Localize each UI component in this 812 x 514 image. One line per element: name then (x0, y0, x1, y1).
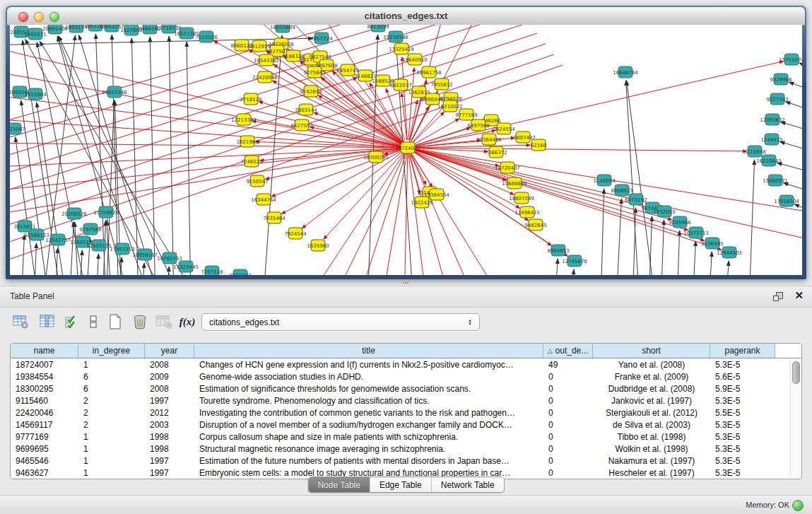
table-row[interactable]: 911546021997Tourette syndrome. Phenomeno… (11, 395, 801, 407)
column-header-name[interactable]: name (11, 344, 78, 358)
graph-node[interactable]: 9227343 (766, 93, 788, 105)
table-row[interactable]: 1938455462009Genome-wide association stu… (11, 370, 801, 382)
table-row[interactable]: 2242004622012Investigating the contribut… (11, 407, 801, 419)
graph-node[interactable]: 16782753 (157, 252, 182, 264)
close-panel-button[interactable]: ✕ (794, 290, 804, 301)
column-header-title[interactable]: title (194, 344, 543, 358)
table-panel-header: Table Panel ✕ (0, 286, 812, 308)
column-header-short[interactable]: short (593, 344, 710, 358)
graph-node[interactable]: 16033809 (270, 25, 295, 33)
table-row[interactable]: 1872400712008Changes of HCN gene express… (11, 358, 801, 370)
show-columns-button[interactable] (38, 313, 57, 331)
tab-edge-table[interactable]: Edge Table (370, 477, 432, 492)
graph-node[interactable]: 2718126 (240, 93, 262, 105)
graph-node[interactable]: 7246524 (240, 156, 263, 167)
network-canvas[interactable]: 2405574140557120691406189317498612051065… (10, 25, 802, 275)
graph-node[interactable]: 9777169 (455, 109, 477, 120)
graph-node[interactable]: 11498415 (514, 206, 540, 218)
graph-node[interactable]: 1140954 (593, 175, 616, 186)
column-header-pagerank[interactable]: pagerank (710, 344, 775, 358)
graph-node[interactable]: 12944503 (717, 247, 742, 258)
graph-node[interactable]: 20364486 (476, 134, 502, 145)
tab-network-table[interactable]: Network Table (432, 477, 504, 492)
graph-node[interactable]: 9130495 (701, 238, 723, 249)
select-columns-button[interactable] (63, 313, 81, 331)
graph-node[interactable]: 16720407 (495, 162, 520, 173)
show-columns-icon (39, 314, 56, 329)
table-row[interactable]: 977716911998Corpus callosum shape and si… (11, 431, 801, 443)
graph-node[interactable]: 1635960 (307, 240, 329, 251)
tab-node-table[interactable]: Node Table (308, 477, 370, 492)
graph-node[interactable]: 22420046 (252, 71, 278, 83)
graph-node[interactable]: 16648784 (613, 66, 638, 78)
graph-node[interactable]: 7386372 (485, 146, 507, 158)
graph-node[interactable]: 8958923 (611, 185, 632, 196)
table-options-button[interactable] (11, 313, 30, 331)
import-table-button[interactable] (155, 313, 173, 331)
row-height-button[interactable] (84, 313, 102, 331)
svg-text:1635960: 1635960 (307, 243, 329, 249)
graph-node[interactable]: 13325419 (389, 43, 414, 54)
graph-node[interactable]: 9150547 (246, 175, 268, 187)
graph-node[interactable]: 8215958 (743, 146, 765, 157)
table-row[interactable]: 946554611997Estimation of the future num… (11, 455, 801, 467)
graph-node[interactable]: 15892971 (763, 175, 788, 186)
float-panel-button[interactable] (772, 291, 784, 302)
column-header-year[interactable]: year (145, 344, 194, 358)
graph-node[interactable]: 15751074 (779, 54, 802, 65)
graph-node[interactable]: 8813054 (367, 25, 389, 32)
svg-text:20364486: 20364486 (476, 137, 502, 143)
graph-node[interactable]: 8964853 (547, 245, 569, 256)
graph-node[interactable]: 20206526 (61, 208, 87, 219)
table-row[interactable]: 969969511998Structural magnetic resonanc… (11, 443, 801, 455)
function-builder-button[interactable]: f(x) (178, 313, 196, 331)
delete-table-button[interactable] (131, 313, 149, 331)
graph-node[interactable]: 17359924 (93, 206, 119, 218)
svg-text:18807249: 18807249 (509, 196, 534, 201)
graph-node[interactable]: 6473197 (625, 194, 647, 205)
graph-node[interactable]: 9205966 (669, 216, 691, 228)
graph-node[interactable]: 12093832 (760, 114, 785, 125)
graph-node[interactable]: 9297588 (79, 223, 101, 235)
graph-node[interactable]: 20053346 (102, 86, 127, 98)
column-header-out-de-[interactable]: △out_de... (543, 344, 593, 358)
graph-node[interactable]: 12745678 (562, 255, 587, 267)
column-header-label: year (161, 346, 177, 356)
graph-node[interactable]: 12213343 (231, 114, 257, 125)
splitter-handle-icon[interactable] (402, 281, 409, 285)
panel-splitter[interactable] (0, 279, 812, 286)
column-header-in-degree[interactable]: in_degree (78, 344, 145, 358)
table-selector-dropdown[interactable]: citations_edges.txt ▲▼ (201, 313, 480, 331)
graph-node[interactable]: 20691406 (42, 25, 68, 34)
graph-node[interactable]: 10958167 (132, 249, 158, 260)
table-row[interactable]: 1456911722003Disruption of a novel membe… (11, 419, 801, 431)
graph-node[interactable]: 7924544 (284, 228, 307, 239)
svg-text:16210643: 16210643 (756, 158, 782, 164)
graph-node[interactable]: 1244415 (760, 134, 782, 145)
graph-node[interactable]: 18640910 (402, 54, 428, 65)
table-row[interactable]: 1830029562008Estimation of significance … (11, 382, 801, 395)
create-table-button[interactable] (106, 313, 124, 331)
graph-node[interactable]: 10371713 (683, 227, 709, 238)
graph-node[interactable]: 19218586 (383, 31, 408, 42)
graph-node[interactable]: 7955812 (430, 78, 452, 90)
graph-node[interactable]: 11323445 (173, 261, 199, 272)
graph-node[interactable]: 7297118 (201, 266, 223, 275)
network-window-titlebar[interactable]: citations_edges.txt (7, 7, 805, 25)
memory-status-icon[interactable] (792, 500, 804, 511)
graph-node[interactable]: 9482645 (524, 219, 546, 230)
scrollbar-thumb[interactable] (792, 361, 800, 384)
graph-node[interactable]: 62160 (531, 139, 546, 151)
graph-node[interactable]: 2325087 (10, 123, 25, 134)
close-window-button[interactable] (18, 12, 28, 22)
header-filler (775, 344, 801, 358)
table-cell: 6 (78, 372, 145, 382)
graph-node[interactable]: 9329966 (770, 74, 792, 85)
vertical-scrollbar[interactable] (790, 358, 801, 477)
graph-node[interactable]: 16961758 (416, 66, 442, 78)
graph-node[interactable]: 16344764 (251, 194, 276, 205)
zoom-window-button[interactable] (49, 12, 59, 22)
graph-node[interactable]: 8427552 (290, 119, 312, 131)
minimize-window-button[interactable] (34, 12, 44, 22)
graph-node[interactable]: 9361272 (229, 269, 251, 275)
